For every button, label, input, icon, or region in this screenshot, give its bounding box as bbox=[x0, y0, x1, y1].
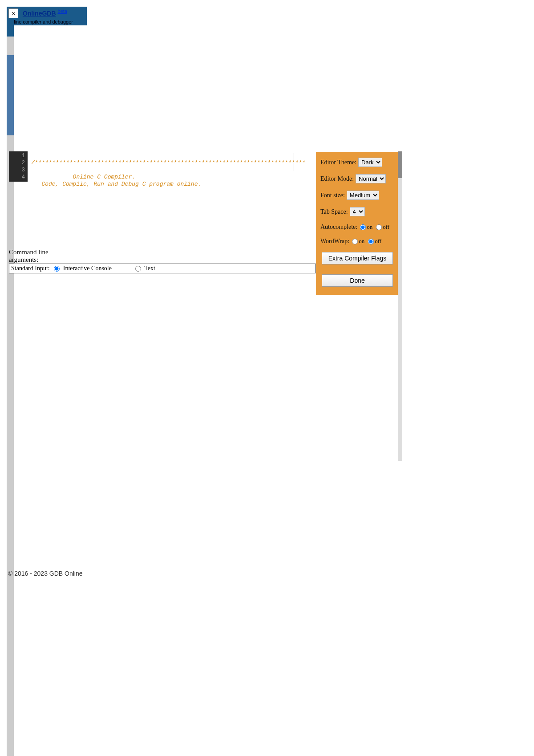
autocomplete-off-radio[interactable] bbox=[376, 224, 382, 230]
code-line: /***************************************… bbox=[31, 159, 305, 166]
stdin-label: Standard Input: bbox=[11, 265, 50, 272]
line-number: 2 bbox=[9, 159, 25, 167]
autocomplete-label: Autocomplete: bbox=[320, 224, 357, 231]
editor-mode-select[interactable]: Normal bbox=[356, 174, 386, 183]
extra-compiler-flags-button[interactable]: Extra Compiler Flags bbox=[322, 252, 393, 264]
code-line bbox=[31, 167, 35, 173]
footer-copyright: © 2016 - 2023 GDB Online bbox=[8, 570, 83, 577]
autocomplete-off-text: off bbox=[383, 224, 389, 231]
wordwrap-off-text: off bbox=[375, 238, 381, 245]
wordwrap-on-radio[interactable] bbox=[352, 239, 358, 244]
font-size-select[interactable]: Medium bbox=[347, 191, 379, 200]
autocomplete-on-text: on bbox=[367, 224, 372, 231]
command-line-label: Command line arguments: bbox=[9, 248, 49, 264]
line-number: 1 bbox=[9, 152, 25, 159]
stdin-text-label: Text bbox=[144, 265, 155, 272]
wordwrap-on-text: on bbox=[359, 238, 364, 245]
scrollbar-thumb[interactable] bbox=[398, 151, 402, 178]
stdin-text-radio[interactable] bbox=[135, 266, 141, 272]
content-scrollbar[interactable] bbox=[398, 151, 402, 461]
editor-theme-label: Editor Theme: bbox=[320, 159, 356, 166]
stdin-interactive-radio[interactable] bbox=[54, 266, 60, 272]
code-content: /***************************************… bbox=[31, 152, 305, 202]
line-number: 4 bbox=[9, 174, 25, 181]
tagline: online compiler and debugger bbox=[8, 18, 85, 24]
header-bar: × OnlineGDB beta online compiler and deb… bbox=[7, 7, 87, 25]
font-size-label: Font size: bbox=[320, 192, 345, 199]
cursor-icon bbox=[294, 153, 294, 171]
wordwrap-off-radio[interactable] bbox=[368, 239, 374, 244]
stdin-interactive-label: Interactive Console bbox=[63, 265, 112, 272]
done-button[interactable]: Done bbox=[322, 274, 393, 287]
standard-input-row: Standard Input: Interactive Console Text bbox=[9, 264, 316, 273]
autocomplete-on-radio[interactable] bbox=[360, 224, 366, 230]
editor-mode-label: Editor Mode: bbox=[320, 175, 354, 183]
editor-gutter: 1 2 3 4 bbox=[9, 151, 28, 182]
editor-theme-select[interactable]: Dark bbox=[358, 158, 382, 167]
beta-link[interactable]: beta bbox=[57, 8, 67, 14]
code-editor[interactable]: 1 2 3 4 /*******************************… bbox=[9, 151, 312, 182]
left-scrollbar[interactable] bbox=[7, 20, 14, 756]
line-number: 3 bbox=[9, 167, 25, 174]
close-icon[interactable]: × bbox=[8, 8, 18, 18]
code-line: Online C Compiler. bbox=[31, 174, 135, 180]
editor-settings-panel: Editor Theme: Dark Editor Mode: Normal F… bbox=[316, 152, 399, 295]
wordwrap-label: WordWrap: bbox=[320, 238, 349, 245]
code-line: Code, Compile, Run and Debug C program o… bbox=[31, 181, 201, 187]
tab-space-select[interactable]: 4 bbox=[350, 207, 365, 216]
brand-link[interactable]: OnlineGDB bbox=[23, 10, 56, 17]
tab-space-label: Tab Space: bbox=[320, 208, 348, 215]
